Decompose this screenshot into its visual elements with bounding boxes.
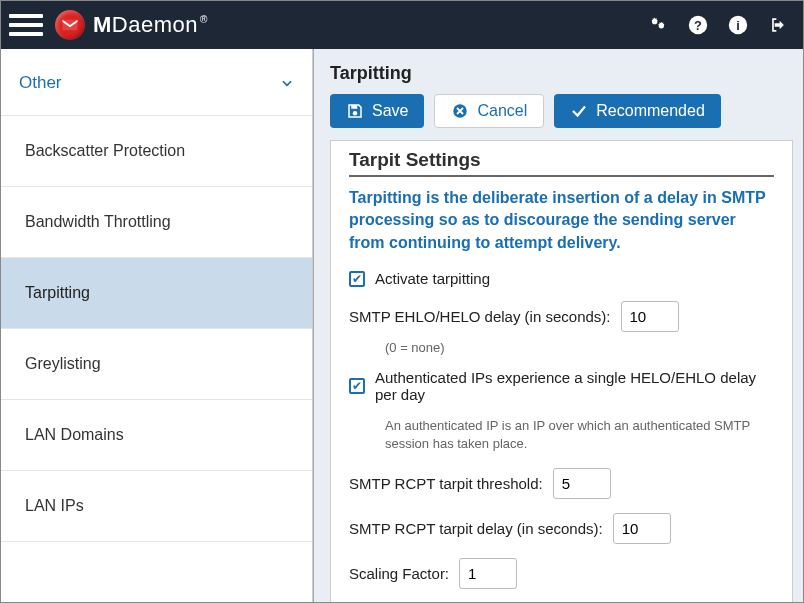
settings-icon[interactable] xyxy=(645,12,671,38)
logo-icon xyxy=(55,10,85,40)
recommended-button[interactable]: Recommended xyxy=(554,94,721,128)
rcpt-threshold-label: SMTP RCPT tarpit threshold: xyxy=(349,475,543,492)
sidebar-item-greylisting[interactable]: Greylisting xyxy=(1,329,312,400)
sidebar-item-backscatter[interactable]: Backscatter Protection xyxy=(1,116,312,187)
logout-icon[interactable] xyxy=(765,12,791,38)
sidebar-item-bandwidth[interactable]: Bandwidth Throttling xyxy=(1,187,312,258)
auth-ip-checkbox[interactable] xyxy=(349,378,365,394)
sidebar-item-lanips[interactable]: LAN IPs xyxy=(1,471,312,542)
save-icon xyxy=(346,102,364,120)
topbar: MDaemon® ? i xyxy=(1,1,803,49)
toolbar: Save Cancel Recommended xyxy=(314,94,803,140)
settings-panel: Tarpit Settings Tarpitting is the delibe… xyxy=(330,140,793,602)
auth-ip-label: Authenticated IPs experience a single HE… xyxy=(375,369,774,403)
sidebar-section-label: Other xyxy=(19,73,62,93)
check-icon xyxy=(570,102,588,120)
chevron-down-icon xyxy=(280,76,294,90)
rcpt-threshold-input[interactable] xyxy=(553,468,611,499)
cancel-icon xyxy=(451,102,469,120)
sidebar-item-label: Tarpitting xyxy=(25,284,90,301)
menu-icon[interactable] xyxy=(9,8,43,42)
sidebar-item-tarpitting[interactable]: Tarpitting xyxy=(1,258,312,329)
ehlo-delay-label: SMTP EHLO/HELO delay (in seconds): xyxy=(349,308,611,325)
sidebar-item-label: LAN Domains xyxy=(25,426,124,443)
scaling-factor-label: Scaling Factor: xyxy=(349,565,449,582)
svg-rect-6 xyxy=(351,105,357,109)
sidebar: Other Backscatter Protection Bandwidth T… xyxy=(1,49,313,602)
auth-ip-hint: An authenticated IP is an IP over which … xyxy=(385,417,765,453)
save-button[interactable]: Save xyxy=(330,94,424,128)
main: Tarpitting Save Cancel Recommended Tarpi… xyxy=(313,49,803,602)
page-title: Tarpitting xyxy=(314,49,803,94)
sidebar-item-label: Backscatter Protection xyxy=(25,142,185,159)
rcpt-delay-input[interactable] xyxy=(613,513,671,544)
svg-point-7 xyxy=(353,111,358,116)
ehlo-delay-input[interactable] xyxy=(621,301,679,332)
scaling-factor-input[interactable] xyxy=(459,558,517,589)
sidebar-item-label: LAN IPs xyxy=(25,497,84,514)
sidebar-item-landomains[interactable]: LAN Domains xyxy=(1,400,312,471)
logo-text: MDaemon® xyxy=(93,12,208,38)
sidebar-section-other[interactable]: Other xyxy=(1,49,312,116)
help-icon[interactable]: ? xyxy=(685,12,711,38)
content: Other Backscatter Protection Bandwidth T… xyxy=(1,49,803,602)
svg-text:i: i xyxy=(736,18,740,33)
rcpt-delay-label: SMTP RCPT tarpit delay (in seconds): xyxy=(349,520,603,537)
info-icon[interactable]: i xyxy=(725,12,751,38)
sidebar-item-label: Bandwidth Throttling xyxy=(25,213,171,230)
cancel-button[interactable]: Cancel xyxy=(434,94,544,128)
ehlo-delay-hint: (0 = none) xyxy=(385,340,774,355)
activate-tarpitting-label: Activate tarpitting xyxy=(375,270,490,287)
section-description: Tarpitting is the deliberate insertion o… xyxy=(349,187,769,254)
section-heading: Tarpit Settings xyxy=(349,149,774,177)
svg-text:?: ? xyxy=(694,18,702,33)
activate-tarpitting-checkbox[interactable] xyxy=(349,271,365,287)
sidebar-item-label: Greylisting xyxy=(25,355,101,372)
